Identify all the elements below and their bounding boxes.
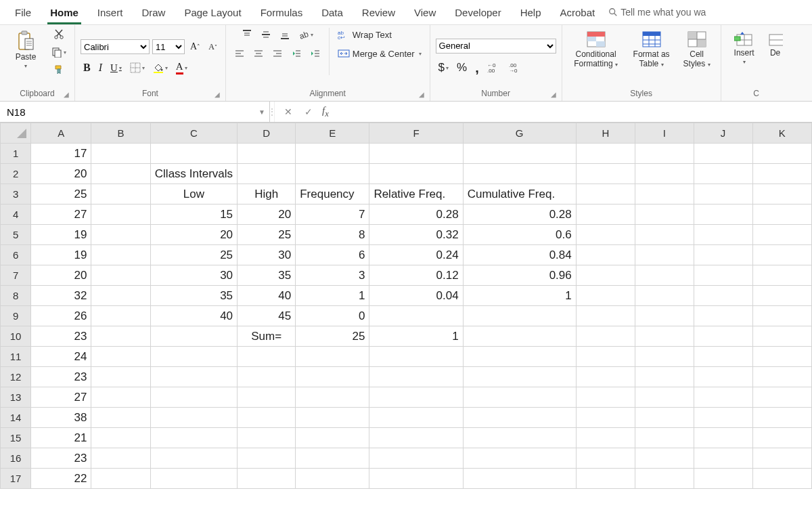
cell-F5[interactable]: 0.32	[369, 225, 463, 245]
cell-D1[interactable]	[238, 144, 296, 164]
row-header-10[interactable]: 10	[1, 326, 31, 347]
cell-I2[interactable]	[635, 164, 694, 184]
cell-C4[interactable]: 15	[150, 205, 237, 225]
worksheet[interactable]: ABCDEFGHIJK117220Cllass Intervals325LowH…	[0, 123, 812, 489]
cell-F17[interactable]	[369, 469, 463, 489]
cell-H3[interactable]	[576, 184, 635, 205]
cell-F12[interactable]	[369, 367, 463, 387]
format-as-table-button[interactable]: Format as Table ▾	[627, 28, 676, 71]
menu-developer[interactable]: Developer	[445, 4, 510, 21]
row-header-3[interactable]: 3	[1, 184, 31, 205]
cell-H14[interactable]	[576, 408, 635, 428]
comma-format-button[interactable]: ,	[472, 59, 482, 77]
row-header-2[interactable]: 2	[1, 164, 31, 184]
wrap-text-button[interactable]: abc↩ Wrap Text	[335, 28, 394, 41]
row-header-7[interactable]: 7	[1, 265, 31, 286]
cell-A9[interactable]: 26	[31, 306, 91, 326]
cell-H6[interactable]	[576, 245, 635, 265]
cell-G17[interactable]	[463, 469, 576, 489]
dialog-launcher-icon[interactable]: ◢	[551, 91, 556, 98]
col-header-C[interactable]: C	[150, 123, 237, 144]
cell-I5[interactable]	[635, 225, 694, 245]
cell-A1[interactable]: 17	[31, 144, 91, 164]
col-header-E[interactable]: E	[296, 123, 369, 144]
cell-D5[interactable]: 25	[238, 225, 296, 245]
cell-B12[interactable]	[91, 367, 150, 387]
cell-D2[interactable]	[238, 164, 296, 184]
cell-H5[interactable]	[576, 225, 635, 245]
cell-A12[interactable]: 23	[31, 367, 91, 387]
row-header-5[interactable]: 5	[1, 225, 31, 245]
cell-G11[interactable]	[463, 347, 576, 367]
cell-G5[interactable]: 0.6	[463, 225, 576, 245]
cell-G9[interactable]	[463, 306, 576, 326]
row-header-13[interactable]: 13	[1, 387, 31, 408]
cell-G6[interactable]: 0.84	[463, 245, 576, 265]
row-header-1[interactable]: 1	[1, 144, 31, 164]
cell-C15[interactable]	[150, 428, 237, 448]
underline-button[interactable]: U▾	[108, 61, 125, 75]
cell-G4[interactable]: 0.28	[463, 205, 576, 225]
cell-I10[interactable]	[635, 326, 694, 347]
cell-I8[interactable]	[635, 286, 694, 306]
cell-C3[interactable]: Low	[150, 184, 237, 205]
menu-insert[interactable]: Insert	[88, 4, 133, 21]
cell-F15[interactable]	[369, 428, 463, 448]
row-header-4[interactable]: 4	[1, 205, 31, 225]
font-color-button[interactable]: A▾	[173, 60, 190, 76]
cell-K7[interactable]	[752, 265, 812, 286]
cell-B16[interactable]	[91, 448, 150, 469]
cell-E16[interactable]	[296, 448, 369, 469]
fill-color-button[interactable]: ▾	[150, 61, 171, 74]
cell-styles-button[interactable]: Cell Styles ▾	[679, 28, 715, 71]
cell-A2[interactable]: 20	[31, 164, 91, 184]
cell-F9[interactable]	[369, 306, 463, 326]
cell-J15[interactable]	[694, 428, 752, 448]
cell-A17[interactable]: 22	[31, 469, 91, 489]
cell-G14[interactable]	[463, 408, 576, 428]
cell-B1[interactable]	[91, 144, 150, 164]
dialog-launcher-icon[interactable]: ◢	[419, 91, 424, 98]
cell-E7[interactable]: 3	[296, 265, 369, 286]
row-header-14[interactable]: 14	[1, 408, 31, 428]
cell-I12[interactable]	[635, 367, 694, 387]
cell-J2[interactable]	[694, 164, 752, 184]
cell-I7[interactable]	[635, 265, 694, 286]
cell-A10[interactable]: 23	[31, 326, 91, 347]
cell-B3[interactable]	[91, 184, 150, 205]
menu-help[interactable]: Help	[511, 4, 551, 21]
cell-D9[interactable]: 45	[238, 306, 296, 326]
cell-F2[interactable]	[369, 164, 463, 184]
format-painter-button[interactable]	[51, 63, 67, 77]
cell-D15[interactable]	[238, 428, 296, 448]
cell-A8[interactable]: 32	[31, 286, 91, 306]
col-header-K[interactable]: K	[752, 123, 812, 144]
cell-I17[interactable]	[635, 469, 694, 489]
cell-E5[interactable]: 8	[296, 225, 369, 245]
cell-C13[interactable]	[150, 387, 237, 408]
menu-formulas[interactable]: Formulas	[251, 4, 313, 21]
cell-H9[interactable]	[576, 306, 635, 326]
cell-F10[interactable]: 1	[369, 326, 463, 347]
cell-H8[interactable]	[576, 286, 635, 306]
col-header-F[interactable]: F	[369, 123, 463, 144]
cell-K12[interactable]	[752, 367, 812, 387]
cell-F6[interactable]: 0.24	[369, 245, 463, 265]
cell-G3[interactable]: Cumulative Freq.	[463, 184, 576, 205]
cell-G12[interactable]	[463, 367, 576, 387]
number-format-select[interactable]: General	[436, 39, 556, 53]
row-header-11[interactable]: 11	[1, 347, 31, 367]
menu-page-layout[interactable]: Page Layout	[175, 4, 250, 21]
cell-D13[interactable]	[238, 387, 296, 408]
row-header-12[interactable]: 12	[1, 367, 31, 387]
cell-G8[interactable]: 1	[463, 286, 576, 306]
cell-H10[interactable]	[576, 326, 635, 347]
menu-draw[interactable]: Draw	[132, 4, 175, 21]
cell-D14[interactable]	[238, 408, 296, 428]
align-left-button[interactable]	[231, 47, 248, 60]
align-top-button[interactable]	[239, 28, 255, 41]
col-header-D[interactable]: D	[238, 123, 296, 144]
cell-J16[interactable]	[694, 448, 752, 469]
cell-B11[interactable]	[91, 347, 150, 367]
cell-I11[interactable]	[635, 347, 694, 367]
